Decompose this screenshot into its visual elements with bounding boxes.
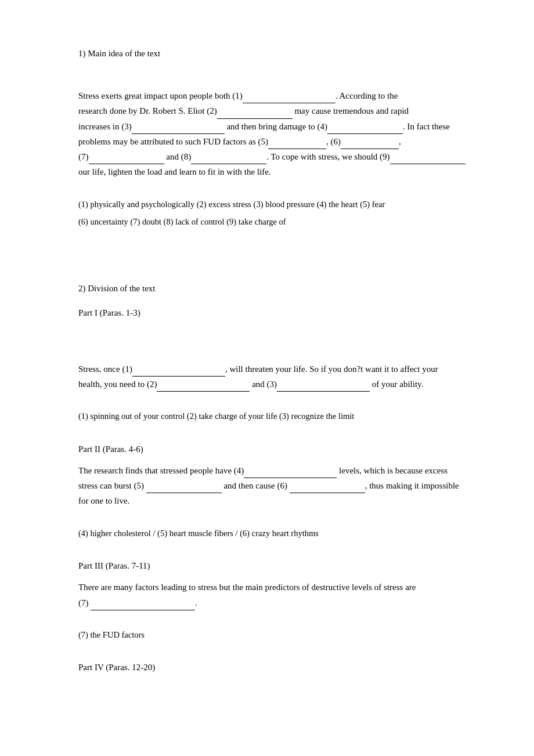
- blank-p1-2: [157, 383, 250, 392]
- blank-p2-3: [290, 484, 365, 493]
- s5-before: (7): [78, 152, 89, 161]
- part-3-paragraph: There are many factors leading to stress…: [78, 580, 476, 610]
- blank-p1-3: [277, 383, 370, 392]
- blank-2: [217, 110, 293, 119]
- s1-after: . According to the: [335, 91, 398, 100]
- p1-s1-after: , will threaten your life. So if you don…: [225, 364, 438, 374]
- p1-s1-before: Stress, once (1): [78, 364, 132, 374]
- part-3-title: Part III (Paras. 7-11): [78, 559, 476, 573]
- blank-p3-1: [91, 602, 195, 610]
- blank-9: [390, 155, 466, 164]
- s4-end: ,: [399, 137, 401, 146]
- blank-5: [268, 140, 326, 149]
- s5-mid: and (8): [164, 152, 192, 161]
- p1-s2-mid: and (3): [250, 379, 277, 389]
- p2-s2-end: , thus making it impossible: [365, 481, 459, 490]
- part-2-title: Part II (Paras. 4-6): [78, 442, 476, 456]
- p2-s1-after: levels, which is because excess: [337, 466, 448, 475]
- part-2: Part II (Paras. 4-6): [78, 442, 476, 456]
- part-4: Part IV (Paras. 12-20): [78, 660, 476, 674]
- s3-before: increases in (3): [78, 122, 132, 131]
- s2-before: research done by Dr. Robert S. Eliot (2): [78, 106, 217, 115]
- p1-s2-before: health, you need to (2): [78, 379, 157, 389]
- section-1: 1) Main idea of the text Stress exerts g…: [78, 46, 476, 229]
- p2-s2-before: stress can burst (5): [78, 481, 146, 490]
- section-1-title: 1) Main idea of the text: [78, 46, 476, 60]
- blank-p1-1: [132, 368, 225, 377]
- s1-before: Stress exerts great impact upon people b…: [78, 91, 243, 100]
- blank-3: [132, 125, 225, 134]
- part-3: Part III (Paras. 7-11): [78, 559, 476, 573]
- part-1-paragraph: Stress, once (1), will threaten your lif…: [78, 361, 476, 392]
- blank-6: [341, 140, 399, 149]
- part-1-title: Part I (Paras. 1-3): [78, 306, 476, 320]
- section-2-title: 2) Division of the text: [78, 281, 476, 295]
- p3-s2-end: .: [195, 598, 197, 607]
- blank-1: [243, 95, 335, 103]
- s5-end: . To cope with stress, we should (9): [266, 152, 389, 161]
- part-4-title: Part IV (Paras. 12-20): [78, 660, 476, 674]
- part-1: Part I (Paras. 1-3): [78, 306, 476, 320]
- part-3-answer: (7) the FUD factors: [78, 628, 476, 642]
- section-1-paragraph: Stress exerts great impact upon people b…: [78, 88, 476, 180]
- p2-s1-before: The research finds that stressed people …: [78, 466, 244, 475]
- blank-8: [191, 155, 266, 164]
- answer-line-2: (6) uncertainty (7) doubt (8) lack of co…: [78, 215, 476, 229]
- part-1-answer: (1) spinning out of your control (2) tak…: [78, 409, 476, 424]
- blank-7: [89, 155, 164, 164]
- blank-p2-2: [146, 484, 222, 493]
- p1-s2-end: of your ability.: [370, 379, 423, 389]
- s6: our life, lighten the load and learn to …: [78, 167, 271, 176]
- s3-end: . In fact these: [403, 122, 450, 131]
- p3-s1: There are many factors leading to stress…: [78, 583, 416, 592]
- s2-after: may cause tremendous and rapid: [293, 106, 409, 115]
- s4-mid: , (6): [326, 137, 341, 146]
- s4-before: problems may be attributed to such FUD f…: [78, 137, 268, 146]
- blank-p2-1: [244, 469, 337, 478]
- part-2-answer: (4) higher cholesterol / (5) heart muscl…: [78, 526, 476, 541]
- part-2-paragraph: The research finds that stressed people …: [78, 463, 476, 509]
- s3-after: and then bring damage to (4): [225, 122, 327, 131]
- blank-4: [327, 125, 403, 134]
- answer-line-1: (1) physically and psychologically (2) e…: [78, 197, 476, 212]
- p2-s2-mid: and then cause (6): [222, 481, 290, 490]
- p3-s2-before: (7): [78, 598, 91, 607]
- p2-s3: for one to live.: [78, 496, 129, 505]
- section-2: 2) Division of the text Part I (Paras. 1…: [78, 281, 476, 675]
